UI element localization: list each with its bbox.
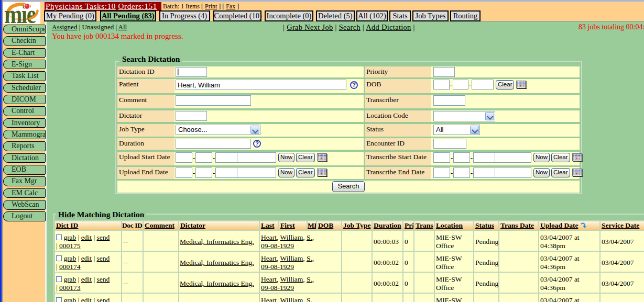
svg-text:mie: mie [4, 2, 36, 24]
